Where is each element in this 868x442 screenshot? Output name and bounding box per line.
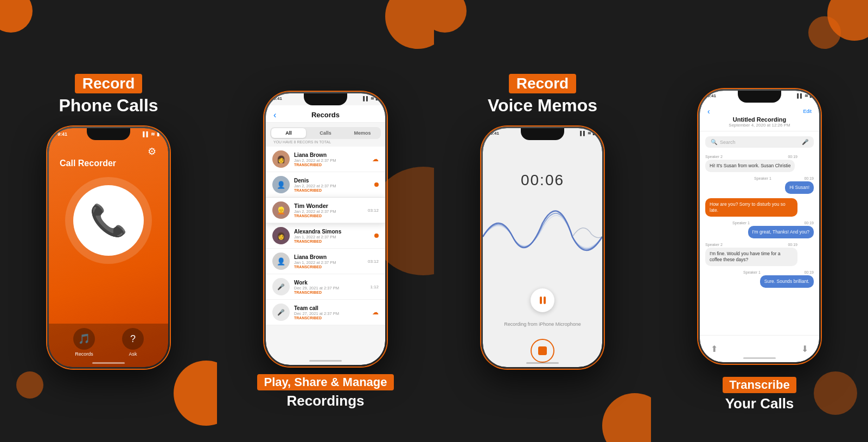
ask-btn-label: Ask — [129, 351, 137, 357]
item-right: 1:12 — [370, 285, 379, 289]
item-date: Jan 2, 2022 at 2:37 PM — [294, 209, 363, 214]
recording-label: Recording from iPhone Microphone — [504, 321, 581, 327]
list-item[interactable]: 👩 Liana Brown Jan 2, 2022 at 2:37 PM TRA… — [266, 147, 385, 172]
decoration-orb-br — [814, 371, 857, 415]
item-name: Liana Brown — [294, 152, 368, 158]
pause-button[interactable] — [531, 288, 554, 312]
phone4-time: 9:41 — [707, 93, 716, 98]
recording-title: Untitled Recording — [707, 116, 812, 123]
cloud-icon: ☁ — [372, 308, 379, 316]
item-name: Tim Wonder — [294, 203, 363, 209]
messages-list: Speaker 200:19 Hi! It's Susan from work.… — [700, 150, 819, 335]
list-item[interactable]: 👩 Alexandra Simons Jan 1, 2022 at 2:37 P… — [266, 223, 385, 249]
item-date: Jan 1, 2022 at 2:37 PM — [294, 260, 363, 265]
dot-icon — [374, 233, 379, 238]
item-info: Liana Brown Jan 2, 2022 at 2:37 PM TRANS… — [294, 152, 368, 167]
phone1-gear-icon[interactable]: ⚙ — [148, 146, 159, 157]
message-row: Speaker 200:19 I'm fine. Would you have … — [705, 243, 814, 266]
decoration-orb-br — [174, 361, 217, 426]
records-btn-label: Records — [75, 351, 93, 357]
list-item[interactable]: 👤 Liana Brown Jan 1, 2022 at 2:37 PM TRA… — [266, 249, 385, 274]
item-date: Dec 29, 2021 at 2:37 PM — [294, 286, 366, 291]
phone1-bottom-bar: 🎵 Records ? Ask — [49, 324, 168, 367]
phone1-app-title: Call Recorder — [60, 159, 116, 168]
phone2-header: ‹ Records — [266, 105, 385, 123]
phone3-outer: 9:41 ▌▌ ≋ ▮ 00:06 — [481, 127, 604, 369]
item-right: 03:12 — [368, 259, 379, 264]
tab-memos[interactable]: Memos — [345, 128, 380, 138]
item-info: Tim Wonder Jan 2, 2022 at 2:37 PM TRANSC… — [294, 203, 363, 218]
search-placeholder: Search — [720, 140, 799, 145]
search-icon: 🔍 — [711, 139, 717, 145]
phone4-edit-button[interactable]: Edit — [803, 109, 812, 114]
phone1-circle-outer: 📞 — [65, 177, 152, 264]
phone2-back-button[interactable]: ‹ — [273, 110, 276, 120]
item-right: ☁ — [372, 155, 379, 163]
phone1-screen: 9:41 ▌▌ ≋ ▮ ⚙ Call Recorder 📞 🎵 Records — [49, 128, 168, 367]
phone1-circle-inner[interactable]: 📞 — [73, 185, 144, 256]
item-name: Liana Brown — [294, 254, 363, 260]
item-date: Jan 1, 2022 at 2:37 PM — [294, 235, 370, 239]
phone3-timer: 00:06 — [521, 172, 564, 189]
phone1-icons: ▌▌ ≋ ▮ — [143, 131, 159, 137]
item-name: Work — [294, 280, 366, 286]
item-right — [374, 182, 379, 187]
message-row: Speaker 100:19 Sure. Sounds brilliant. — [705, 270, 814, 288]
avatar: 👱 — [272, 201, 290, 219]
message-bubble: Hi Susan! — [785, 181, 814, 194]
speaker-label: Speaker 100:19 — [732, 221, 814, 225]
phone4-header: ‹ Edit Untitled Recording September 4, 2… — [700, 103, 819, 131]
item-right: 03:12 — [368, 208, 379, 213]
phone3-screen: 9:41 ▌▌ ≋ ▮ 00:06 — [483, 128, 602, 367]
phone3-icons: ▌▌ ≋ ▮ — [580, 131, 595, 136]
search-bar[interactable]: 🔍 Search 🎤 — [705, 136, 814, 148]
message-row: Speaker 100:19 Hi Susan! — [705, 176, 814, 194]
memo-avatar: 🎤 — [272, 304, 290, 321]
phone2-list: 👩 Liana Brown Jan 2, 2022 at 2:37 PM TRA… — [266, 147, 385, 365]
message-row: Speaker 200:19 Hi! It's Susan from work.… — [705, 155, 814, 172]
panel2-bottom-text: Play, Share & Manage Recordings — [257, 374, 393, 409]
phone3-home-bar — [526, 362, 559, 364]
avatar: 👩 — [272, 150, 290, 168]
download-icon[interactable]: ⬇ — [801, 344, 808, 354]
tab-all[interactable]: All — [271, 128, 306, 138]
item-right — [374, 233, 379, 238]
item-status: TRANSCRIBED — [294, 265, 363, 269]
item-info: Liana Brown Jan 1, 2022 at 2:37 PM TRANS… — [294, 254, 363, 269]
phone2-icons: ▌▌ ≋ ▮ — [363, 96, 378, 101]
item-status: TRANSCRIBED — [294, 239, 370, 243]
phone4-back-row: ‹ Edit — [707, 107, 812, 116]
item-info: Work Dec 29, 2021 at 2:37 PM TRANSCRIBED — [294, 280, 366, 294]
speaker-label: Speaker 200:19 — [705, 155, 797, 159]
share-icon[interactable]: ⬆ — [711, 344, 718, 354]
decoration-orb-br — [602, 393, 651, 442]
list-item[interactable]: 🎤 Team call Dec 27, 2021 at 2:37 PM TRAN… — [266, 300, 385, 325]
list-item[interactable]: 👤 Denis Jan 2, 2022 at 2:37 PM TRANSCRIB… — [266, 172, 385, 198]
item-info: Team call Dec 27, 2021 at 2:37 PM TRANSC… — [294, 305, 368, 320]
item-status: TRANSCRIBED — [294, 163, 368, 167]
phone1-records-btn[interactable]: 🎵 Records — [73, 328, 95, 357]
stop-button[interactable] — [531, 339, 554, 363]
item-name: Alexandra Simons — [294, 229, 370, 235]
panel4-bottom-text: Transcribe Your Calls — [723, 377, 796, 412]
phone4-back-button[interactable]: ‹ — [707, 107, 710, 116]
tab-calls[interactable]: Calls — [308, 128, 343, 138]
list-item[interactable]: 🎤 Work Dec 29, 2021 at 2:37 PM TRANSCRIB… — [266, 274, 385, 300]
item-date: Dec 27, 2021 at 2:37 PM — [294, 311, 368, 316]
phone1-ask-btn[interactable]: ? Ask — [122, 328, 144, 357]
phone1-outer: 9:41 ▌▌ ≋ ▮ ⚙ Call Recorder 📞 🎵 Records — [47, 127, 170, 369]
recording-date: September 4, 2020 at 12:26 PM — [707, 123, 812, 128]
phone3: 9:41 ▌▌ ≋ ▮ 00:06 — [483, 128, 602, 367]
phone2-title: Records — [311, 111, 340, 119]
speaker-label: Speaker 100:19 — [743, 270, 814, 274]
stop-icon — [538, 346, 547, 355]
pause-icon — [539, 296, 546, 304]
item-status: TRANSCRIBED — [294, 188, 370, 192]
pause-bar-left — [540, 296, 542, 304]
list-item-highlighted[interactable]: 👱 Tim Wonder Jan 2, 2022 at 2:37 PM TRAN… — [266, 198, 385, 223]
item-status: TRANSCRIBED — [294, 316, 368, 320]
item-status: TRANSCRIBED — [294, 214, 363, 218]
message-row: How are you? Sorry to disturb you so lat… — [705, 198, 814, 217]
wave-visualization — [483, 199, 602, 275]
avatar: 👩 — [272, 227, 290, 244]
